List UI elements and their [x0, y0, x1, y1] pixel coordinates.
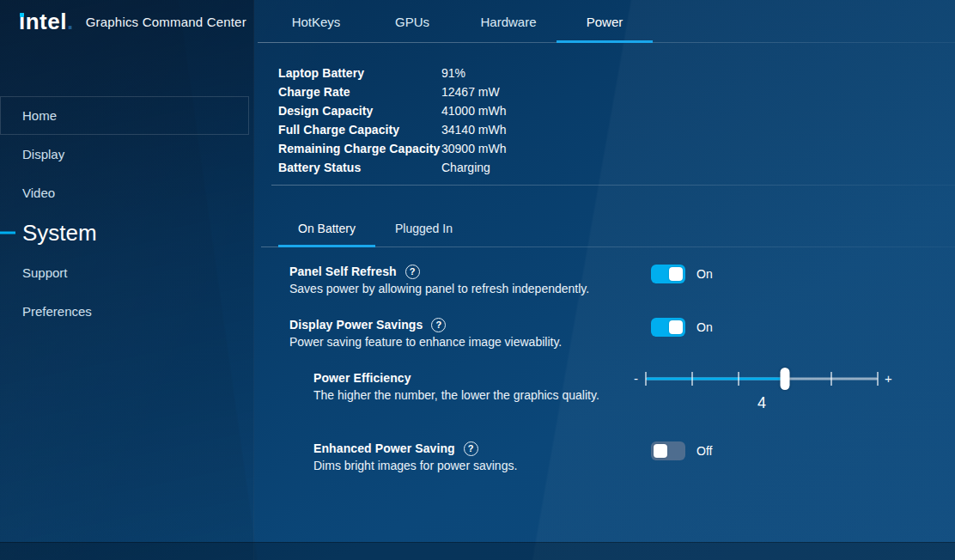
tab-gpus[interactable]: GPUs [364, 0, 460, 43]
subtab-label: On Battery [298, 222, 356, 235]
setting-title: Enhanced Power Saving ? [313, 440, 651, 457]
toggle-knob [669, 267, 683, 281]
subtab-label: Plugged In [395, 222, 453, 235]
sidebar-item-system[interactable]: System [0, 212, 249, 253]
setting-title: Panel Self Refresh ? [289, 263, 651, 280]
battery-percent-value: 91% [441, 66, 465, 80]
app-title: Graphics Command Center [86, 15, 246, 29]
help-glyph: ? [410, 263, 416, 280]
toggle-group: On [651, 318, 713, 337]
table-row: Battery Status Charging [278, 158, 955, 177]
sidebar-item-home[interactable]: Home [0, 96, 249, 135]
setting-description: Saves power by allowing panel to refresh… [289, 280, 651, 297]
help-icon[interactable]: ? [464, 441, 478, 456]
tab-hotkeys[interactable]: HotKeys [268, 0, 364, 43]
power-efficiency-slider: - 4 + [633, 369, 891, 388]
toggle-state-label: Off [696, 441, 712, 460]
intel-logo: intel. [19, 10, 74, 33]
setting-enhanced-power-saving: Enhanced Power Saving ? Dims bright imag… [254, 440, 955, 474]
full-charge-capacity-value: 34140 mWh [441, 123, 506, 137]
battery-status-value: Charging [441, 161, 490, 174]
power-settings-list: Panel Self Refresh ? Saves power by allo… [254, 247, 955, 474]
toggle-knob [654, 444, 667, 458]
help-icon[interactable]: ? [431, 318, 446, 332]
slider-thumb[interactable] [781, 368, 790, 390]
slider-tick [691, 372, 693, 386]
setting-description: Dims bright images for power savings. [313, 457, 651, 474]
tab-plugged-in[interactable]: Plugged In [375, 210, 472, 247]
slider-track[interactable]: 4 [646, 369, 878, 388]
toggle-knob [669, 320, 683, 334]
setting-title-label: Power Efficiency [313, 369, 411, 387]
setting-title: Display Power Savings ? [289, 316, 651, 333]
info-label: Full Charge Capacity [278, 123, 441, 137]
tab-hardware[interactable]: Hardware [460, 0, 557, 43]
slider-tick [738, 372, 739, 386]
sidebar-item-display[interactable]: Display [0, 135, 249, 173]
sidebar: intel. Graphics Command Center Home Disp… [0, 0, 254, 560]
power-mode-tab-bar: On Battery Plugged In [254, 210, 955, 247]
slider-tick [877, 372, 879, 386]
setting-title-label: Display Power Savings [289, 316, 423, 333]
section-divider [271, 185, 955, 186]
app-window: intel. Graphics Command Center Home Disp… [0, 0, 955, 560]
sidebar-nav: Home Display Video System Support Prefer… [0, 96, 253, 331]
sidebar-item-video[interactable]: Video [0, 173, 249, 212]
intel-logo-period: . [67, 9, 74, 34]
sidebar-item-label: Home [22, 108, 57, 123]
sidebar-item-preferences[interactable]: Preferences [0, 292, 249, 331]
tab-on-battery[interactable]: On Battery [278, 210, 375, 247]
sidebar-item-label: System [22, 220, 97, 247]
battery-info-table: Laptop Battery 91% Charge Rate 12467 mW … [278, 64, 955, 177]
toggle-group: Off [651, 441, 712, 460]
toggle-group: On [651, 265, 713, 283]
setting-panel-self-refresh: Panel Self Refresh ? Saves power by allo… [254, 263, 955, 297]
remaining-charge-capacity-value: 30900 mWh [441, 142, 506, 155]
toggle-state-label: On [696, 265, 713, 283]
setting-text: Panel Self Refresh ? Saves power by allo… [289, 263, 651, 297]
slider-tick [645, 372, 647, 386]
intel-logo-dot-icon [20, 13, 24, 17]
active-item-indicator [0, 232, 15, 234]
help-icon[interactable]: ? [405, 265, 420, 279]
toggle-state-label: On [696, 318, 713, 337]
slider-minus-label: - [633, 369, 639, 388]
display-power-savings-toggle[interactable] [651, 318, 685, 337]
intel-logo-text: intel [19, 9, 67, 34]
sidebar-item-label: Preferences [22, 304, 92, 319]
info-label: Battery Status [278, 161, 441, 174]
setting-text: Power Efficiency The higher the number, … [313, 369, 633, 404]
setting-title-label: Enhanced Power Saving [313, 440, 455, 457]
setting-power-efficiency: Power Efficiency The higher the number, … [254, 369, 955, 417]
table-row: Charge Rate 12467 mW [278, 82, 955, 101]
setting-display-power-savings: Display Power Savings ? Power saving fea… [254, 316, 955, 350]
app-header: intel. Graphics Command Center [0, 0, 253, 43]
enhanced-power-saving-toggle[interactable] [651, 441, 685, 460]
help-glyph: ? [468, 440, 474, 457]
sidebar-item-support[interactable]: Support [0, 253, 249, 292]
sidebar-item-label: Support [22, 265, 68, 280]
tab-label: HotKeys [292, 15, 341, 29]
setting-description: Power saving feature to enhance image vi… [289, 333, 651, 350]
charge-rate-value: 12467 mW [441, 85, 500, 99]
panel-self-refresh-toggle[interactable] [651, 265, 685, 283]
setting-description: The higher the number, the lower the gra… [313, 387, 633, 404]
info-label: Remaining Charge Capacity [278, 142, 441, 155]
info-label: Design Capacity [278, 104, 441, 118]
tab-power[interactable]: Power [557, 0, 653, 43]
setting-text: Display Power Savings ? Power saving fea… [289, 316, 651, 350]
tab-label: GPUs [395, 15, 429, 29]
help-glyph: ? [435, 316, 441, 333]
info-label: Charge Rate [278, 85, 441, 99]
system-tab-bar: HotKeys GPUs Hardware Power [254, 0, 955, 43]
setting-title: Power Efficiency [313, 369, 633, 387]
sidebar-item-label: Video [22, 186, 55, 200]
sidebar-item-label: Display [22, 147, 64, 161]
table-row: Design Capacity 41000 mWh [278, 101, 955, 120]
tab-label: Power [587, 15, 623, 29]
slider-tick [830, 372, 832, 386]
setting-title-label: Panel Self Refresh [289, 263, 397, 280]
table-row: Remaining Charge Capacity 30900 mWh [278, 139, 955, 158]
setting-text: Enhanced Power Saving ? Dims bright imag… [313, 440, 651, 474]
design-capacity-value: 41000 mWh [441, 104, 506, 118]
